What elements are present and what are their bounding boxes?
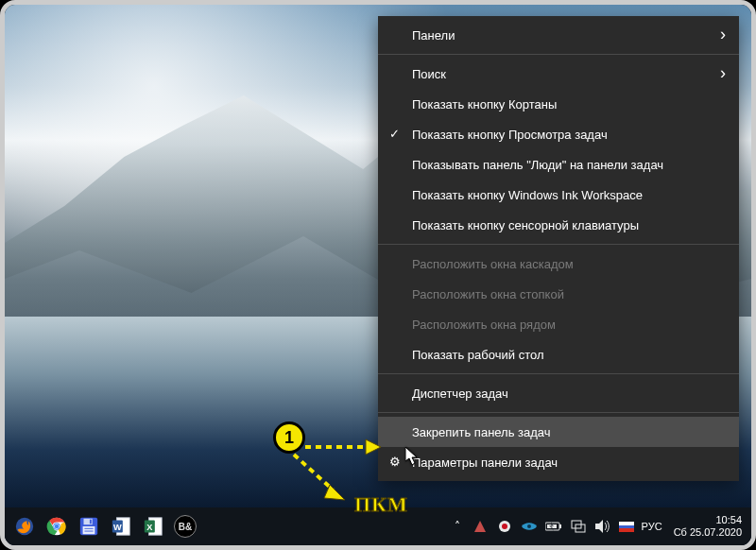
bo-icon: B& xyxy=(174,515,197,538)
tray-app-icon[interactable] xyxy=(496,518,513,535)
menu-item-taskbar-settings[interactable]: Параметры панели задач xyxy=(378,447,739,477)
taskbar-tray: ˄ РУС 10:54Сб 25.07.2020 xyxy=(451,514,746,539)
svg-marker-22 xyxy=(474,521,486,532)
tray-language-label[interactable]: РУС xyxy=(642,521,662,532)
taskbar-app-save[interactable] xyxy=(75,512,103,541)
menu-item-cortana-button[interactable]: Показать кнопку Кортаны xyxy=(378,89,739,119)
menu-separator xyxy=(378,373,739,374)
taskbar-app-word[interactable]: W xyxy=(107,512,135,541)
svg-point-25 xyxy=(527,524,531,528)
tray-eye-icon[interactable] xyxy=(521,518,538,535)
svg-text:X: X xyxy=(146,523,153,532)
svg-rect-27 xyxy=(559,524,561,528)
menu-item-lock-taskbar[interactable]: Закрепить панель задач xyxy=(378,417,739,447)
menu-item-search[interactable]: Поиск xyxy=(378,59,739,89)
menu-separator xyxy=(378,54,739,55)
menu-item-side-by-side-windows: Расположить окна рядом xyxy=(378,309,739,339)
svg-point-9 xyxy=(55,524,60,529)
tray-overflow-button[interactable]: ˄ xyxy=(451,520,464,533)
tray-app-icon[interactable] xyxy=(472,518,489,535)
svg-line-3 xyxy=(294,455,334,490)
svg-rect-13 xyxy=(83,526,95,534)
taskbar-context-menu: Панели Поиск Показать кнопку Кортаны Пок… xyxy=(378,16,739,481)
menu-item-touch-keyboard[interactable]: Показать кнопку сенсорной клавиатуры xyxy=(378,210,739,240)
svg-marker-2 xyxy=(366,439,381,455)
menu-item-show-desktop[interactable]: Показать рабочий стол xyxy=(378,339,739,370)
menu-item-stack-windows: Расположить окна стопкой xyxy=(378,279,739,309)
tray-network-icon[interactable] xyxy=(570,518,587,535)
menu-item-panels[interactable]: Панели xyxy=(378,20,739,50)
annotation-badge: 1 xyxy=(273,421,305,454)
tray-battery-icon[interactable] xyxy=(545,518,562,535)
svg-point-24 xyxy=(502,524,507,529)
mouse-cursor-icon xyxy=(405,447,419,466)
menu-item-cascade-windows: Расположить окна каскадом xyxy=(378,249,739,279)
svg-rect-15 xyxy=(84,531,93,532)
tray-volume-icon[interactable] xyxy=(594,518,611,535)
svg-text:W: W xyxy=(113,523,122,532)
menu-separator xyxy=(378,244,739,245)
menu-item-task-view-button[interactable]: Показать кнопку Просмотра задач xyxy=(378,119,739,149)
annotation-label: ПКМ xyxy=(354,492,408,517)
menu-item-task-manager[interactable]: Диспетчер задач xyxy=(378,378,739,408)
taskbar-app-chrome[interactable] xyxy=(43,512,71,541)
menu-item-ink-workspace[interactable]: Показать кнопку Windows Ink Workspace xyxy=(378,180,739,210)
menu-separator xyxy=(378,412,739,413)
taskbar-app-bang-olufsen[interactable]: B& xyxy=(171,512,199,541)
taskbar-pinned-apps: W X B& xyxy=(10,512,199,541)
taskbar-app-firefox[interactable] xyxy=(10,512,39,541)
tray-clock[interactable]: 10:54Сб 25.07.2020 xyxy=(670,514,746,539)
svg-marker-31 xyxy=(595,520,603,533)
annotation-arrow-icon xyxy=(292,453,349,504)
svg-rect-12 xyxy=(90,520,92,524)
svg-marker-0 xyxy=(405,447,417,465)
menu-item-people-panel[interactable]: Показывать панель "Люди" на панели задач xyxy=(378,149,739,180)
svg-rect-14 xyxy=(84,528,93,529)
taskbar-app-excel[interactable]: X xyxy=(139,512,167,541)
tray-language-flag-icon[interactable] xyxy=(619,522,634,532)
